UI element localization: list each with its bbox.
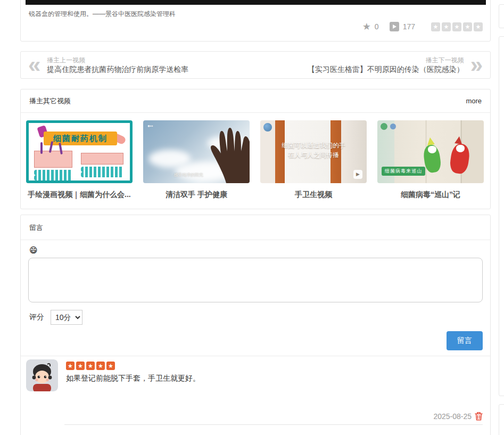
video-info-panel: 锐器盒的管理和使用。——景谷中医医院感染管理科 ★ 0 177 ★ ★ ★ ★ … xyxy=(20,0,491,42)
avatar xyxy=(26,359,58,391)
comment-input[interactable] xyxy=(28,258,483,302)
video-stats: ★ 0 177 ★ ★ ★ ★ ★ xyxy=(362,22,483,31)
favorite-count: 0 xyxy=(375,22,379,31)
comment-rating: ★ ★ ★ ★ ★ xyxy=(66,362,200,370)
emoji-picker-icon[interactable]: 😄 xyxy=(29,245,38,255)
rating-star-icon[interactable]: ★ xyxy=(463,22,472,31)
comment-text: 如果登记前能脱下手套，手卫生就更好。 xyxy=(66,374,200,383)
star-icon: ★ xyxy=(96,362,105,370)
next-chevron-icon[interactable]: » xyxy=(470,57,483,73)
thumb-overlay-text: 感受纯净的阳光 xyxy=(143,172,234,178)
play-count-icon xyxy=(390,22,399,31)
thumb-overlay-text: 在人与人之间传播 xyxy=(260,150,367,160)
logo-icon xyxy=(381,123,387,130)
comments-title: 留言 xyxy=(21,215,490,240)
video-caption[interactable]: 手卫生视频 xyxy=(260,190,367,200)
video-thumbnail-cartoon[interactable]: 细菌耐药机制 xyxy=(26,120,133,183)
rating-label: 评分 xyxy=(29,313,44,322)
video-thumbnail-hand-sky[interactable]: ●▪▪ 感受纯净的阳光 xyxy=(143,120,250,183)
next-video-label: 播主下一视频 xyxy=(308,56,464,64)
video-card[interactable]: 细菌病毒来巡山 细菌病毒“巡山”记 xyxy=(377,120,484,200)
other-videos-title: 播主其它视频 xyxy=(29,96,71,106)
rating-star-icon[interactable]: ★ xyxy=(442,22,451,31)
prev-video-label: 播主上一视频 xyxy=(47,56,188,64)
star-icon: ★ xyxy=(66,362,75,370)
next-video-title[interactable]: 【实习医生格雷】不明原因的传染（医院感染） xyxy=(308,64,464,75)
rating-select[interactable]: 10分 xyxy=(51,310,82,325)
sidebar-panel-edge xyxy=(499,36,504,396)
video-description: 锐器盒的管理和使用。——景谷中医医院感染管理科 xyxy=(29,10,176,19)
comments-panel: 留言 😄 评分 10分 留言 xyxy=(20,215,491,435)
video-caption[interactable]: 清洁双手 手护健康 xyxy=(143,190,250,200)
video-thumbnail-costumes[interactable]: 细菌病毒来巡山 xyxy=(377,120,484,183)
comment-date: 2025-08-25 xyxy=(433,412,472,421)
sidebar-panel-edge xyxy=(499,4,504,28)
prev-video-link[interactable]: 播主上一视频 提高住院患者抗菌药物治疗前病原学送检率 xyxy=(47,56,188,75)
rating-widget[interactable]: ★ ★ ★ ★ ★ xyxy=(431,22,483,31)
video-player-bottom-edge xyxy=(26,0,486,5)
thumb-overlay-text: 细菌可以通过我们的手 xyxy=(260,141,367,150)
other-videos-panel: 播主其它视频 more 细菌耐药机制 手绘漫画视频｜细菌为什 xyxy=(20,89,491,209)
video-card[interactable]: ●▪▪ 感受纯净的阳光 清洁双手 手护健康 xyxy=(143,120,250,200)
comment-separator xyxy=(64,424,483,425)
delete-comment-icon[interactable] xyxy=(475,412,483,421)
video-thumbnail-corridor[interactable]: 细菌可以通过我们的手 在人与人之间传播 ▶ xyxy=(260,120,367,183)
sidebar-panel-edge xyxy=(499,404,504,435)
video-caption[interactable]: 手绘漫画视频｜细菌为什么会... xyxy=(26,190,133,200)
play-badge-icon: ▶ xyxy=(353,170,362,179)
comment-item: ★ ★ ★ ★ ★ 如果登记前能脱下手套，手卫生就更好。 xyxy=(21,356,490,391)
thumbnail-row: 细菌耐药机制 手绘漫画视频｜细菌为什么会... ●▪▪ xyxy=(21,113,490,200)
star-icon: ★ xyxy=(86,362,95,370)
next-video-link[interactable]: 播主下一视频 【实习医生格雷】不明原因的传染（医院感染） xyxy=(308,56,464,75)
thumb-overlay-text: 细菌病毒来巡山 xyxy=(382,167,425,176)
submit-comment-button[interactable]: 留言 xyxy=(447,331,483,350)
prev-chevron-icon[interactable]: « xyxy=(28,57,40,73)
prev-video-title[interactable]: 提高住院患者抗菌药物治疗前病原学送检率 xyxy=(47,64,188,75)
video-caption[interactable]: 细菌病毒“巡山”记 xyxy=(377,190,484,200)
video-card[interactable]: 细菌耐药机制 手绘漫画视频｜细菌为什么会... xyxy=(26,120,133,200)
thumb-overlay-text: 细菌耐药机制 xyxy=(44,132,117,145)
rating-star-icon[interactable]: ★ xyxy=(431,22,440,31)
rating-star-icon[interactable]: ★ xyxy=(452,22,461,31)
video-card[interactable]: 细菌可以通过我们的手 在人与人之间传播 ▶ 手卫生视频 xyxy=(260,120,367,200)
prev-next-panel: « 播主上一视频 提高住院患者抗菌药物治疗前病原学送检率 播主下一视频 【实习医… xyxy=(20,51,491,79)
star-icon: ★ xyxy=(106,362,115,370)
play-count: 177 xyxy=(403,22,415,31)
logo-icon xyxy=(390,124,396,129)
star-icon: ★ xyxy=(76,362,85,370)
more-link[interactable]: more xyxy=(466,97,482,105)
hospital-logo-icon xyxy=(263,123,272,132)
favorite-star-icon: ★ xyxy=(362,22,371,31)
rating-star-icon[interactable]: ★ xyxy=(474,22,483,31)
